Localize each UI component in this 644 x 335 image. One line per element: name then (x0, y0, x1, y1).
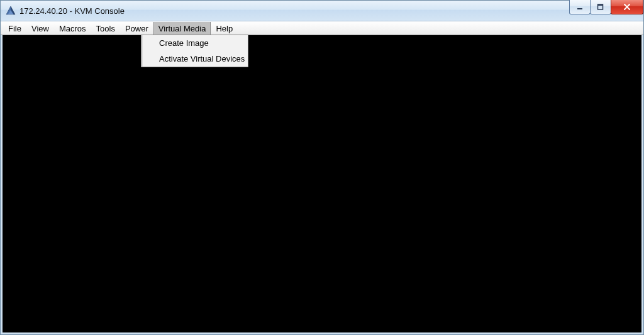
close-button[interactable] (611, 0, 643, 14)
maximize-button[interactable] (590, 0, 611, 14)
svg-rect-3 (577, 8, 582, 9)
menu-macros[interactable]: Macros (54, 22, 91, 35)
app-window: 172.24.40.20 - KVM Console File Vie (0, 0, 644, 335)
svg-rect-4 (598, 4, 603, 9)
window-controls (570, 0, 643, 14)
minimize-icon (576, 3, 584, 11)
dropdown-activate-virtual-devices[interactable]: Activate Virtual Devices (142, 51, 248, 67)
kvm-viewport[interactable] (3, 35, 641, 332)
titlebar[interactable]: 172.24.40.20 - KVM Console (1, 1, 643, 21)
menubar: File View Macros Tools Power Virtual Med… (1, 21, 643, 35)
menu-view[interactable]: View (26, 22, 54, 35)
menu-virtual-media[interactable]: Virtual Media (153, 22, 211, 35)
svg-rect-5 (598, 4, 603, 6)
menu-help[interactable]: Help (211, 22, 238, 35)
maximize-icon (597, 3, 604, 11)
minimize-button[interactable] (569, 0, 591, 14)
virtual-media-dropdown: Create Image Activate Virtual Devices (141, 35, 248, 67)
app-icon (6, 6, 16, 16)
menu-power[interactable]: Power (120, 22, 153, 35)
window-title: 172.24.40.20 - KVM Console (19, 6, 125, 16)
dropdown-create-image[interactable]: Create Image (142, 35, 248, 51)
menu-tools[interactable]: Tools (91, 22, 120, 35)
close-icon (623, 3, 631, 11)
menu-file[interactable]: File (3, 22, 26, 35)
